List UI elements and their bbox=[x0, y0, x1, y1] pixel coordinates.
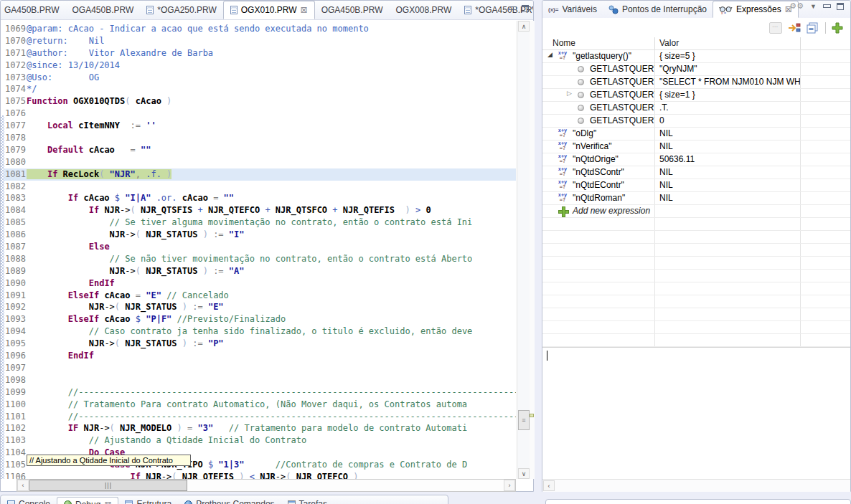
editor-tab-ogx010prw[interactable]: OGX010.PRW⊠ bbox=[223, 1, 315, 19]
table-row[interactable]: ◢x+y=?"getlastquery()"{ size=5 } bbox=[542, 50, 850, 63]
column-header-nome[interactable]: Nome bbox=[542, 37, 655, 49]
editor-tab-ga450bprw[interactable]: GA450B.PRW bbox=[1, 1, 65, 19]
code-line[interactable]: 1096 EndIf bbox=[1, 350, 516, 362]
table-row[interactable]: ▷GETLASTQUERY({ size=1 } bbox=[542, 89, 850, 102]
horizontal-scroll-thumb[interactable]: ||| bbox=[29, 480, 187, 491]
code-line[interactable]: 1080 bbox=[1, 156, 516, 168]
add-expression-icon[interactable] bbox=[832, 22, 845, 34]
panel-horizontal-scrollbar[interactable]: ‹ bbox=[542, 479, 850, 492]
minimize-icon[interactable] bbox=[823, 3, 830, 10]
code-line[interactable]: 1095 NJR->( NJR_STATUS ) := "P" bbox=[1, 338, 516, 350]
code-line[interactable]: 1086 NJR->( NJR_STATUS ) := "I" bbox=[1, 229, 516, 241]
minimize-icon[interactable] bbox=[509, 5, 516, 12]
code-line[interactable]: 1070@return: Nil bbox=[1, 35, 516, 47]
code-line[interactable]: 1083 If cAcao $ "I|A" .or. cAcao = "" bbox=[1, 192, 516, 204]
expression-name: GETLASTQUERY( bbox=[590, 115, 655, 127]
scroll-left-icon[interactable]: ‹ bbox=[17, 480, 29, 491]
editor-tab-oga450bprw[interactable]: OGA450B.PRW bbox=[65, 1, 140, 19]
line-number: 1079 bbox=[1, 144, 27, 156]
bottom-tab-protheus-comandos[interactable]: Protheus Comandos bbox=[178, 497, 281, 504]
code-line[interactable]: 1069@param: cAcao - Indicar a acao que e… bbox=[1, 23, 516, 35]
view-menu-gears-icon[interactable]: ⚙⚙ bbox=[789, 1, 804, 11]
horizontal-scrollbar[interactable]: ‹ ||| › bbox=[17, 479, 516, 492]
table-row[interactable]: GETLASTQUERY(0 bbox=[542, 115, 850, 128]
code-line[interactable]: 1098 bbox=[1, 374, 516, 386]
bottom-tab-tarefas[interactable]: Tarefas bbox=[281, 497, 334, 504]
column-header-valor[interactable]: Valor bbox=[655, 37, 801, 49]
code-line[interactable]: 1090 EndIf bbox=[1, 277, 516, 290]
editor-tab-oga250prw[interactable]: *OGA250.PRW bbox=[140, 1, 222, 19]
code-line[interactable]: 1091 ElseIf cAcao = "E" // Cancelado bbox=[1, 290, 516, 302]
show-type-names-icon[interactable] bbox=[769, 22, 782, 34]
code-line[interactable]: 1081 If RecLock( "NJR", .f. ) bbox=[1, 168, 516, 181]
code-line[interactable]: 1103 // Ajustando a Qtidade Inicial do C… bbox=[1, 434, 516, 447]
empty-table-row bbox=[542, 218, 850, 231]
line-number: 1106 bbox=[1, 471, 27, 479]
code-line[interactable]: 1078 bbox=[1, 132, 516, 144]
vertical-scrollbar[interactable]: ∧ ≡ ∨ bbox=[517, 21, 530, 479]
table-row[interactable]: x+y=?"nQtdOrige"50636.11 bbox=[542, 153, 850, 166]
editor-tab-oga450bprw[interactable]: OGA450B.PRW bbox=[315, 1, 390, 19]
maximize-icon[interactable] bbox=[837, 3, 844, 10]
close-icon[interactable]: ⊠ bbox=[301, 6, 308, 14]
table-row[interactable]: x+y=?"nQtdSContr"NIL bbox=[542, 166, 850, 179]
code-line[interactable]: 1099 //---------------------------------… bbox=[1, 386, 516, 399]
goto-expression-icon[interactable] bbox=[788, 22, 801, 34]
code-line[interactable]: 1076 bbox=[1, 108, 516, 120]
code-line[interactable]: 1102 IF NJR->( NJR_MODELO ) = "3" // Tra… bbox=[1, 422, 516, 434]
scroll-up-icon[interactable]: ∧ bbox=[518, 21, 530, 32]
bottom-tab-debug[interactable]: Debug⊠ bbox=[57, 497, 118, 504]
code-editor[interactable]: 1069@param: cAcao - Indicar a acao que e… bbox=[1, 21, 516, 479]
code-line[interactable]: 1084 If NJR->( NJR_QTSFIS + NJR_QTEFCO +… bbox=[1, 204, 516, 217]
maximize-icon[interactable] bbox=[522, 5, 529, 12]
expression-detail-pane[interactable] bbox=[542, 347, 850, 479]
table-row[interactable]: x+y=?"nVerifica"NIL bbox=[542, 141, 850, 153]
table-row[interactable]: GETLASTQUERY("QryNJM" bbox=[542, 63, 850, 76]
collapse-all-icon[interactable] bbox=[807, 22, 819, 34]
view-tab-express-es[interactable]: x=Expressões⊠ bbox=[713, 1, 799, 18]
view-tab-vari-veis[interactable]: (x)=Variáveis bbox=[542, 1, 603, 18]
table-row[interactable]: x+y=?"oDlg"NIL bbox=[542, 128, 850, 141]
code-line[interactable]: 1088 // Se não tiver movimentação no con… bbox=[1, 253, 516, 265]
code-line[interactable]: 1087 Else bbox=[1, 241, 516, 253]
code-line[interactable]: 1106 If NJR->( NJR_QTEFIS ) < NJR->( NJR… bbox=[1, 471, 516, 479]
table-row[interactable]: GETLASTQUERY("SELECT * FROM NJM010 NJM W… bbox=[542, 76, 850, 89]
view-tab-pontos-de-interrup-o[interactable]: Pontos de Interrupção bbox=[603, 1, 713, 18]
close-icon[interactable]: ⊠ bbox=[104, 500, 111, 504]
filter-icon[interactable]: ▼ bbox=[810, 3, 817, 10]
array-item-icon bbox=[578, 92, 584, 98]
table-row[interactable]: x+y=?"nQtdRoman"NIL bbox=[542, 192, 850, 205]
expander-open-icon[interactable]: ◢ bbox=[547, 51, 553, 58]
code-line[interactable]: 1092 NJR->( NJR_STATUS ) := "E" bbox=[1, 301, 516, 313]
code-line[interactable]: 1093 ElseIf cAcao $ "P|F" //Previsto/Fin… bbox=[1, 313, 516, 325]
code-line[interactable]: 1071@author: Vitor Alexandre de Barba bbox=[1, 47, 516, 60]
code-line[interactable]: 1100 // Tratamento Para contrato Automat… bbox=[1, 399, 516, 411]
code-line[interactable]: 1101 //---------------------------------… bbox=[1, 411, 516, 423]
annotation-mark[interactable] bbox=[530, 414, 534, 417]
code-line[interactable]: 1089 NJR->( NJR_STATUS ) := "A" bbox=[1, 265, 516, 277]
bottom-tab-console[interactable]: Console bbox=[1, 497, 57, 504]
scroll-left-icon[interactable]: ‹ bbox=[543, 480, 555, 491]
code-line[interactable]: 1082 bbox=[1, 181, 516, 193]
line-number: 1100 bbox=[1, 399, 27, 411]
editor-tab-ogx008prw[interactable]: OGX008.PRW bbox=[389, 1, 458, 19]
scroll-down-icon[interactable]: ∨ bbox=[518, 468, 530, 479]
code-line[interactable]: 1074*/ bbox=[1, 83, 516, 95]
table-row[interactable]: GETLASTQUERY(.T. bbox=[542, 102, 850, 115]
add-expression-icon[interactable] bbox=[558, 206, 568, 216]
bottom-tab-estrutura[interactable]: Estrutura bbox=[118, 497, 178, 504]
code-line[interactable]: 1072@since: 13/10/2014 bbox=[1, 60, 516, 72]
scroll-right-icon[interactable]: › bbox=[504, 480, 515, 491]
code-line[interactable]: 1079 Default cAcao = "" bbox=[1, 144, 516, 156]
code-line[interactable]: 1097 bbox=[1, 362, 516, 374]
code-line[interactable]: 1077 Local cItemNNY := '' bbox=[1, 120, 516, 132]
table-row[interactable]: x+y=?"nQtdEContr"NIL bbox=[542, 179, 850, 192]
code-line[interactable]: 1075Function OGX010QTDS( cAcao ) bbox=[1, 95, 516, 108]
overview-ruler[interactable] bbox=[530, 21, 535, 479]
code-line[interactable]: 1085 // Se tiver alguma movimentação no … bbox=[1, 217, 516, 229]
add-expression-row[interactable]: Add new expression bbox=[542, 205, 850, 218]
expander-closed-icon[interactable]: ▷ bbox=[567, 90, 572, 97]
code-line[interactable]: 1073@Uso: OG bbox=[1, 72, 516, 84]
code-line[interactable]: 1094 // Caso contrato ja tenha sido fina… bbox=[1, 325, 516, 338]
vertical-scroll-thumb[interactable]: ≡ bbox=[518, 410, 530, 430]
